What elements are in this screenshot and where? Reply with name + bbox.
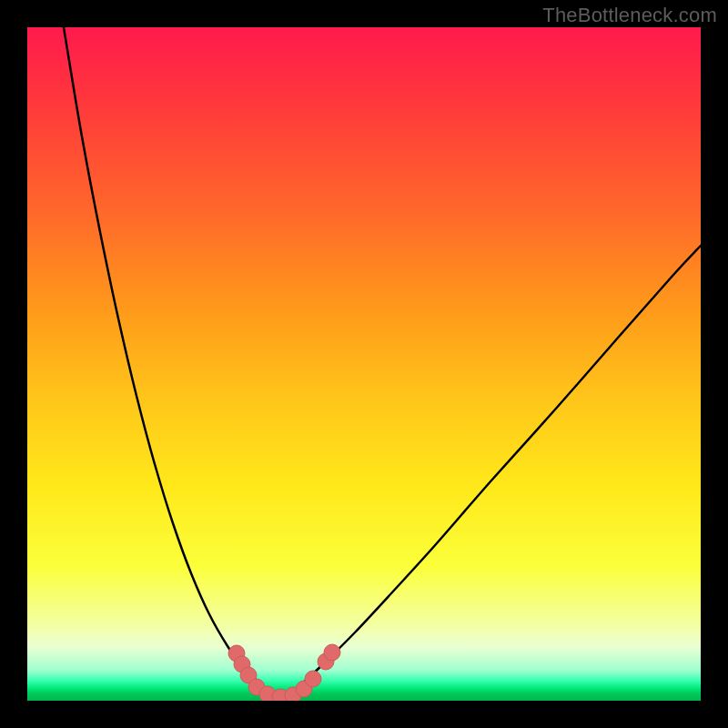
curve-group bbox=[64, 27, 701, 699]
outer-frame: TheBottleneck.com bbox=[0, 0, 728, 728]
plot-area bbox=[27, 27, 701, 701]
marker-dot bbox=[305, 671, 321, 687]
marker-cluster bbox=[228, 644, 340, 701]
bottleneck-curve-path bbox=[64, 27, 701, 699]
marker-dot bbox=[324, 644, 340, 661]
watermark-text: TheBottleneck.com bbox=[542, 4, 717, 27]
chart-svg bbox=[27, 27, 701, 701]
